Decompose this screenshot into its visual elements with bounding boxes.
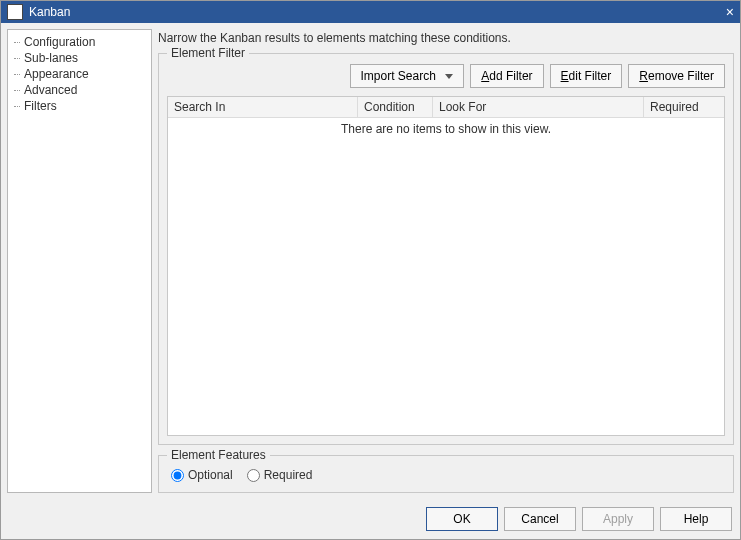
filter-toolbar: Import Search Add Filter Edit Filter Rem… [167,64,725,88]
element-features-label: Element Features [167,448,270,462]
chevron-down-icon [445,74,453,79]
radio-required[interactable]: Required [247,468,313,482]
col-look-for[interactable]: Look For [433,97,644,117]
help-button[interactable]: Help [660,507,732,531]
dialog-footer: OK Cancel Apply Help [1,499,740,539]
close-icon[interactable]: × [726,4,734,20]
col-required[interactable]: Required [644,97,724,117]
edit-filter-button[interactable]: Edit Filter [550,64,623,88]
titlebar: Kanban × [1,1,740,23]
tree-item-sub-lanes[interactable]: Sub-lanes [10,50,149,66]
main-panel: Narrow the Kanban results to elements ma… [158,29,734,493]
import-search-button[interactable]: Import Search [350,64,465,88]
element-filter-label: Element Filter [167,46,249,60]
nav-tree: Configuration Sub-lanes Appearance Advan… [7,29,152,493]
filter-table: Search In Condition Look For Required Th… [167,96,725,436]
element-filter-group: Element Filter Import Search Add Filter … [158,53,734,445]
ok-button[interactable]: OK [426,507,498,531]
cancel-button[interactable]: Cancel [504,507,576,531]
radio-optional-input[interactable] [171,469,184,482]
apply-button[interactable]: Apply [582,507,654,531]
table-body: There are no items to show in this view. [168,118,724,435]
add-filter-button[interactable]: Add Filter [470,64,543,88]
tree-item-filters[interactable]: Filters [10,98,149,114]
table-header: Search In Condition Look For Required [168,97,724,118]
app-icon [7,4,23,20]
dialog-window: Kanban × Configuration Sub-lanes Appeara… [0,0,741,540]
window-title: Kanban [29,5,70,19]
empty-message: There are no items to show in this view. [341,122,551,136]
remove-filter-button[interactable]: Remove Filter [628,64,725,88]
element-features-group: Element Features Optional Required [158,455,734,493]
tree-item-configuration[interactable]: Configuration [10,34,149,50]
radio-required-input[interactable] [247,469,260,482]
radio-optional[interactable]: Optional [171,468,233,482]
col-condition[interactable]: Condition [358,97,433,117]
tree-item-appearance[interactable]: Appearance [10,66,149,82]
col-search-in[interactable]: Search In [168,97,358,117]
tree-item-advanced[interactable]: Advanced [10,82,149,98]
dialog-body: Configuration Sub-lanes Appearance Advan… [1,23,740,499]
